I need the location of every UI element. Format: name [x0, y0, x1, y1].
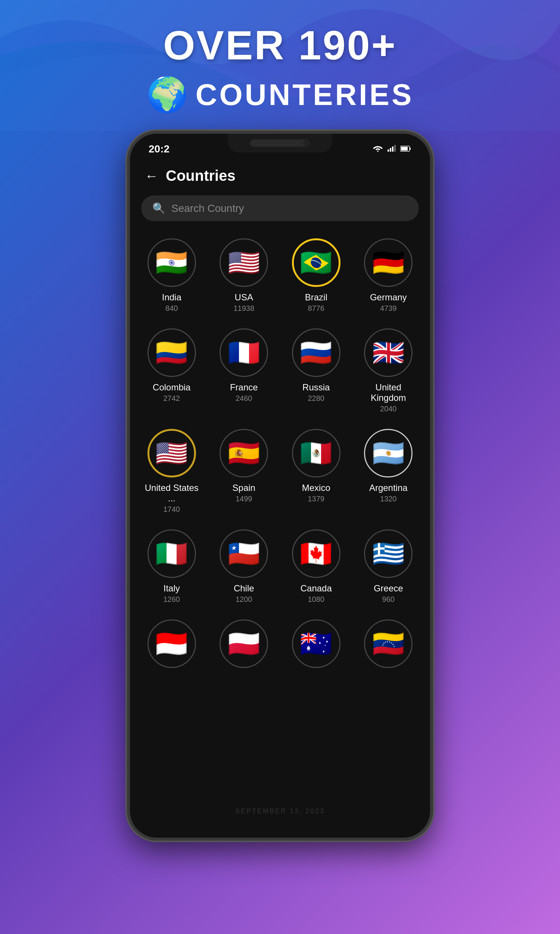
- country-name-2: Brazil: [305, 292, 328, 303]
- country-item-Colombia[interactable]: 🇨🇴Colombia2742: [137, 322, 206, 419]
- country-item-USA[interactable]: 🇺🇸USA11938: [210, 233, 278, 319]
- flag-Greece: 🇬🇷: [364, 529, 412, 578]
- country-count-9: 1499: [235, 495, 252, 503]
- country-count-0: 840: [165, 304, 178, 313]
- country-item-16[interactable]: 🇮🇩: [137, 613, 206, 681]
- flag-France: 🇫🇷: [220, 328, 268, 377]
- header-section: OVER 190+ 🌍 COUNTERIES: [0, 0, 560, 114]
- back-button[interactable]: ←: [145, 168, 158, 184]
- country-name-0: India: [162, 292, 182, 303]
- country-item-Spain[interactable]: 🇪🇸Spain1499: [210, 423, 278, 520]
- flag-Mexico: 🇲🇽: [292, 429, 340, 478]
- country-count-4: 2742: [163, 394, 180, 403]
- svg-rect-6: [409, 148, 411, 150]
- country-count-3: 4739: [380, 304, 397, 313]
- country-item-Canada[interactable]: 🇨🇦Canada1080: [282, 523, 351, 610]
- phone-notch: [228, 134, 332, 153]
- status-time: 20:2: [149, 143, 169, 155]
- svg-rect-2: [390, 148, 391, 152]
- flag-16: 🇮🇩: [148, 620, 196, 668]
- country-name-3: Germany: [370, 292, 407, 303]
- country-name-15: Greece: [374, 583, 403, 593]
- main-title: OVER 190+: [0, 22, 560, 68]
- watermark: SEPTEMBER 13, 2023: [235, 808, 325, 815]
- flag-Brazil: 🇧🇷: [292, 238, 340, 287]
- signal-icon: [388, 144, 396, 154]
- country-name-9: Spain: [232, 483, 255, 493]
- flag-Argentina: 🇦🇷: [364, 429, 412, 478]
- country-count-15: 960: [382, 595, 395, 604]
- country-count-6: 2280: [308, 394, 325, 403]
- country-name-13: Chile: [234, 583, 254, 593]
- country-item-Italy[interactable]: 🇮🇹Italy1260: [137, 523, 206, 610]
- country-name-5: France: [230, 382, 258, 393]
- front-camera: [303, 140, 310, 146]
- flag-18: 🇦🇺: [292, 620, 340, 668]
- country-name-6: Russia: [302, 382, 330, 393]
- status-icons: [372, 144, 411, 154]
- country-name-7: United Kingdom: [357, 382, 420, 403]
- country-name-8: United States ...: [140, 483, 203, 504]
- phone-mockup: 20:2: [127, 131, 433, 841]
- country-item-Mexico[interactable]: 🇲🇽Mexico1379: [282, 423, 351, 520]
- notch-pill: [250, 139, 310, 147]
- country-item-19[interactable]: 🇻🇪: [354, 613, 423, 681]
- country-item-18[interactable]: 🇦🇺: [282, 613, 351, 681]
- country-item-United States ...[interactable]: 🇺🇸United States ...1740: [137, 423, 206, 520]
- app-title: Countries: [166, 167, 235, 184]
- country-grid: 🇮🇳India840🇺🇸USA11938🇧🇷Brazil8776🇩🇪German…: [130, 229, 430, 684]
- flag-Chile: 🇨🇱: [220, 529, 268, 578]
- country-count-8: 1740: [163, 505, 180, 514]
- phone-frame: 20:2: [127, 131, 433, 841]
- country-name-11: Argentina: [369, 483, 408, 493]
- app-screen: ← Countries 🔍 Search Country 🇮🇳India840🇺…: [130, 160, 430, 838]
- flag-Spain: 🇪🇸: [220, 429, 268, 478]
- flag-Canada: 🇨🇦: [292, 529, 340, 578]
- country-item-17[interactable]: 🇵🇱: [210, 613, 278, 681]
- svg-point-0: [377, 151, 378, 152]
- country-item-Russia[interactable]: 🇷🇺Russia2280: [282, 322, 351, 419]
- country-count-5: 2460: [235, 394, 252, 403]
- country-count-2: 8776: [308, 304, 325, 313]
- country-count-1: 11938: [233, 304, 254, 313]
- country-item-India[interactable]: 🇮🇳India840: [137, 233, 206, 319]
- country-count-14: 1080: [308, 595, 325, 604]
- flag-Italy: 🇮🇹: [148, 529, 196, 578]
- country-count-11: 1320: [380, 495, 397, 503]
- flag-17: 🇵🇱: [220, 620, 268, 668]
- country-item-Brazil[interactable]: 🇧🇷Brazil8776: [282, 233, 351, 319]
- country-name-14: Canada: [300, 583, 332, 593]
- country-name-4: Colombia: [153, 382, 191, 393]
- flag-Russia: 🇷🇺: [292, 328, 340, 377]
- svg-rect-7: [401, 147, 408, 151]
- country-item-Chile[interactable]: 🇨🇱Chile1200: [210, 523, 278, 610]
- search-bar[interactable]: 🔍 Search Country: [141, 196, 419, 221]
- country-count-12: 1260: [163, 595, 180, 604]
- country-name-12: Italy: [163, 583, 180, 593]
- flag-United Kingdom: 🇬🇧: [364, 328, 412, 377]
- country-item-Argentina[interactable]: 🇦🇷Argentina1320: [354, 423, 423, 520]
- country-count-13: 1200: [235, 595, 252, 604]
- search-icon: 🔍: [152, 202, 165, 214]
- country-count-10: 1379: [308, 495, 325, 503]
- subtitle-text: COUNTERIES: [195, 78, 414, 112]
- flag-Colombia: 🇨🇴: [148, 328, 196, 377]
- country-item-United Kingdom[interactable]: 🇬🇧United Kingdom2040: [354, 322, 423, 419]
- country-item-Greece[interactable]: 🇬🇷Greece960: [354, 523, 423, 610]
- country-name-1: USA: [235, 292, 253, 303]
- country-count-7: 2040: [380, 405, 397, 413]
- country-item-Germany[interactable]: 🇩🇪Germany4739: [354, 233, 423, 319]
- battery-icon: [400, 144, 411, 154]
- wifi-icon: [372, 144, 383, 154]
- flag-19: 🇻🇪: [364, 620, 412, 668]
- globe-icon: 🌍: [146, 75, 188, 114]
- subtitle-row: 🌍 COUNTERIES: [0, 75, 560, 114]
- country-item-France[interactable]: 🇫🇷France2460: [210, 322, 278, 419]
- svg-rect-1: [388, 150, 389, 152]
- flag-USA: 🇺🇸: [220, 238, 268, 287]
- app-header: ← Countries: [130, 160, 430, 192]
- svg-rect-3: [392, 146, 394, 152]
- flag-United States ...: 🇺🇸: [148, 429, 196, 478]
- svg-rect-4: [394, 145, 396, 152]
- country-name-10: Mexico: [302, 483, 331, 493]
